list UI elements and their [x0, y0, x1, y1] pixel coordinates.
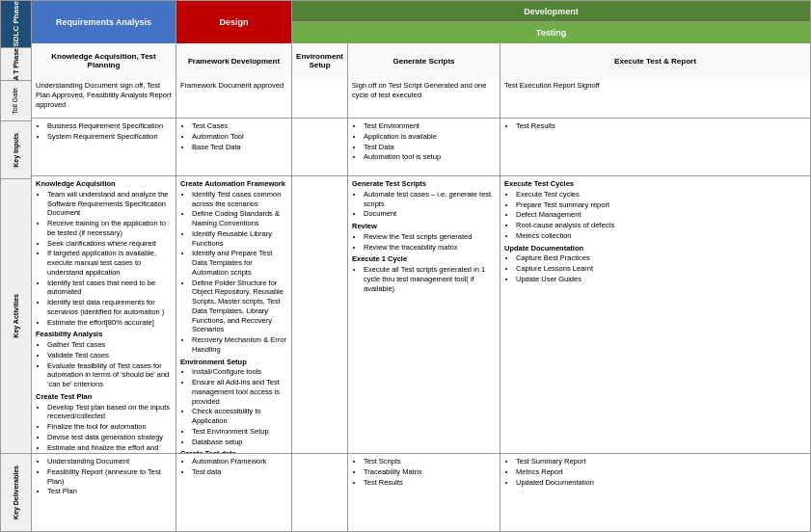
- toll-col3: [292, 78, 348, 118]
- key-deliverables-col2: Automation Framework Test data: [176, 454, 292, 531]
- key-inputs-col3: [292, 119, 348, 175]
- toll-col1: Understanding Document sign off, Test Pl…: [32, 78, 176, 118]
- key-inputs-col1: Business Requirement Specification Syste…: [32, 119, 176, 175]
- key-activities-label: Key Activities: [1, 179, 31, 454]
- key-inputs-label: Key Inputs: [1, 121, 31, 179]
- key-activities-col2: Create Automation Framework Identify Tes…: [176, 176, 292, 453]
- key-activities-col1: Knowledge Acquisition Team will understa…: [32, 176, 176, 453]
- toll-col5: Test Execution Report Signoff: [500, 78, 810, 118]
- key-deliverables-col1: Understanding Document Feasibility Repor…: [32, 454, 176, 531]
- sdlc-testing-label: Testing: [292, 22, 810, 43]
- toll-row: Understanding Document sign off, Test Pl…: [32, 78, 810, 119]
- sdlc-dev-label: Development: [292, 1, 810, 22]
- sdlc-dev: Development Testing: [292, 1, 810, 43]
- at-col1: Knowledge Acquisition, Test Planning: [32, 43, 176, 78]
- key-deliverables-col5: Test Summary Report Metrics Report Updat…: [500, 454, 810, 531]
- key-inputs-row: Business Requirement Specification Syste…: [32, 119, 810, 176]
- key-inputs-col4: Test Environment Application is availabl…: [348, 119, 500, 175]
- key-deliverables-row: Understanding Document Feasibility Repor…: [32, 454, 810, 531]
- toll-col4: Sign off on Test Script Generated and on…: [348, 78, 500, 118]
- at-col4: Generate Scripts: [348, 43, 500, 78]
- key-deliverables-col4: Test Scripts Traceability Matrix Test Re…: [348, 454, 500, 531]
- sdlc-req: Requirements Analysis: [32, 1, 176, 43]
- key-activities-col4: Generate Test Scripts Automate test case…: [348, 176, 500, 453]
- key-deliverables-col3: [292, 454, 348, 531]
- at-col2: Framework Development: [176, 43, 292, 78]
- at-col5: Execute Test & Report: [500, 43, 810, 78]
- toll-gate-label: Toll Gate: [1, 81, 31, 121]
- at-col3: Environment Setup: [292, 43, 348, 78]
- at-phase-label: A T Phase: [1, 48, 31, 82]
- toll-col2: Framework Document approved: [176, 78, 292, 118]
- sdlc-design: Design: [176, 1, 292, 43]
- key-deliverables-label: Key Deliverables: [1, 454, 31, 531]
- key-activities-row: Knowledge Acquisition Team will understa…: [32, 176, 810, 454]
- key-inputs-col2: Test Cases Automation Tool Base Test Dat…: [176, 119, 292, 175]
- key-activities-col5: Execute Test Cycles Execute Test cycles …: [500, 176, 810, 453]
- sdlc-row: Requirements Analysis Design Development…: [32, 1, 810, 43]
- key-inputs-col5: Test Results: [500, 119, 810, 175]
- key-activities-col3: [292, 176, 348, 453]
- at-row: Knowledge Acquisition, Test Planning Fra…: [32, 43, 810, 78]
- sdlc-phase-label: SDLC Phase: [1, 1, 31, 48]
